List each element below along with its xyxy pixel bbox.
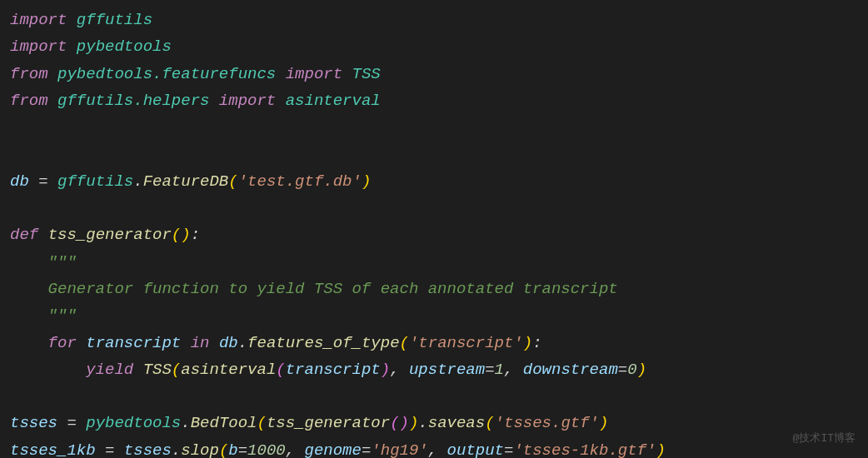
- keyword-in: in: [191, 334, 210, 352]
- blank-line: [10, 195, 858, 222]
- string-literal: 'transcript': [409, 334, 523, 352]
- function-call: TSS: [143, 361, 172, 379]
- keyword-def: def: [10, 226, 38, 244]
- module-name: gffutils: [77, 11, 152, 29]
- module-name: pybedtools: [77, 37, 172, 56]
- method-call: features_of_type: [247, 334, 399, 352]
- blank-line: [10, 383, 858, 410]
- parameter: downstream: [523, 361, 618, 379]
- module-ref: pybedtools: [86, 414, 181, 432]
- function-name: tss_generator: [48, 226, 172, 244]
- variable: db: [10, 172, 29, 191]
- number-literal: 1: [495, 361, 504, 379]
- code-line: from gffutils.helpers import asinterval: [10, 87, 858, 114]
- code-line: import pybedtools: [10, 33, 858, 60]
- keyword-import: import: [10, 11, 67, 29]
- string-literal: 'tsses.gtf': [495, 414, 599, 432]
- parameter: upstream: [409, 361, 485, 379]
- code-line: """: [10, 249, 858, 276]
- watermark: @技术IT博客: [793, 430, 856, 448]
- module-name: pybedtools.featurefuncs: [57, 65, 276, 83]
- docstring: """: [48, 253, 77, 271]
- code-line: """: [10, 302, 858, 329]
- code-line: yield TSS(asinterval(transcript), upstre…: [10, 356, 858, 383]
- method-call: slop: [181, 441, 219, 458]
- blank-line: [10, 141, 858, 167]
- code-editor[interactable]: import gffutils import pybedtools from p…: [10, 7, 858, 458]
- variable: transcript: [286, 361, 381, 379]
- number-literal: 0: [627, 361, 636, 379]
- keyword-yield: yield: [86, 361, 133, 379]
- code-line: def tss_generator():: [10, 222, 858, 248]
- docstring: Generator function to yield TSS of each …: [48, 280, 618, 298]
- parameter: genome: [305, 441, 362, 458]
- keyword-import: import: [219, 92, 276, 110]
- code-line: import gffutils: [10, 7, 858, 33]
- number-literal: 1000: [247, 441, 286, 458]
- function-call: tss_generator: [267, 414, 390, 432]
- code-line: from pybedtools.featurefuncs import TSS: [10, 61, 858, 87]
- variable: tsses: [10, 414, 57, 432]
- function-call: BedTool: [191, 414, 257, 432]
- import-name: asinterval: [286, 92, 381, 110]
- string-literal: 'test.gtf.db': [238, 172, 362, 191]
- code-line: db = gffutils.FeatureDB('test.gtf.db'): [10, 168, 858, 195]
- code-line: Generator function to yield TSS of each …: [10, 276, 858, 302]
- module-name: gffutils.helpers: [57, 92, 209, 110]
- string-literal: 'hg19': [371, 441, 427, 458]
- keyword-import: import: [10, 37, 67, 56]
- method-call: saveas: [428, 414, 485, 432]
- variable: tsses_1kb: [10, 441, 96, 458]
- keyword-from: from: [10, 92, 48, 110]
- code-line: for transcript in db.features_of_type('t…: [10, 330, 858, 356]
- function-call: asinterval: [181, 361, 276, 379]
- keyword-from: from: [10, 65, 48, 83]
- keyword-import: import: [286, 65, 342, 83]
- parameter: output: [447, 441, 504, 458]
- code-line: tsses = pybedtools.BedTool(tss_generator…: [10, 410, 858, 436]
- keyword-for: for: [48, 334, 77, 352]
- string-literal: 'tsses-1kb.gtf': [513, 441, 656, 458]
- object-ref: tsses: [124, 441, 172, 458]
- parameter: b: [228, 441, 237, 458]
- code-line: tsses_1kb = tsses.slop(b=1000, genome='h…: [10, 437, 858, 458]
- function-call: FeatureDB: [143, 172, 229, 191]
- variable: transcript: [86, 334, 181, 352]
- object-ref: db: [219, 334, 238, 352]
- import-name: TSS: [352, 65, 381, 83]
- blank-line: [10, 114, 858, 141]
- module-ref: gffutils: [57, 172, 133, 191]
- docstring: """: [48, 306, 77, 325]
